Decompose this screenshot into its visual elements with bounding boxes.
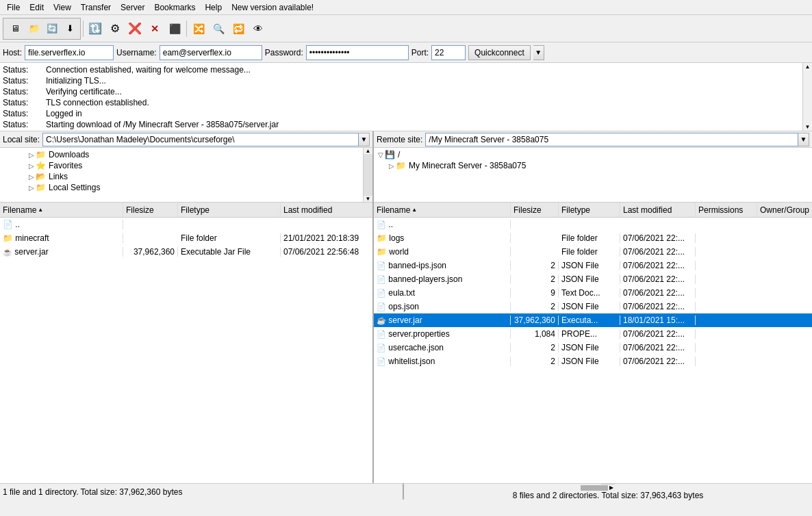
refresh-button[interactable]: 🔃 <box>86 19 105 38</box>
local-file-list-header: Filename ▲ Filesize Filetype Last modifi… <box>0 203 372 218</box>
status-label: Status: <box>3 108 40 119</box>
scroll-up[interactable]: ▲ <box>805 64 811 70</box>
remote-site-dropdown[interactable]: ▼ <box>798 133 809 146</box>
remote-file-row-logs[interactable]: 📁 logs File folder 07/06/2021 22:... <box>374 231 812 245</box>
local-site-path[interactable] <box>42 133 359 146</box>
toolbar-btn3[interactable]: 🔄 <box>43 19 61 38</box>
local-file-list: 📄 .. 📁 minecraft File folder 21/01/2021 … <box>0 218 372 483</box>
bottom-bars: 1 file and 1 directory. Total size: 37,9… <box>0 483 812 500</box>
remote-site-path[interactable] <box>425 133 798 146</box>
tree-item-favorites[interactable]: ▷ ⭐ Favorites <box>1 160 371 171</box>
quickconnect-button[interactable]: Quickconnect <box>468 45 531 60</box>
status-text: File transfer successful, transferred 37… <box>46 130 288 131</box>
quickconnect-dropdown[interactable]: ▼ <box>533 45 544 60</box>
local-header-modified[interactable]: Last modified <box>281 203 372 218</box>
filter-button[interactable]: 🔁 <box>229 19 248 38</box>
menu-view[interactable]: View <box>49 1 75 14</box>
tree-label: / <box>398 150 400 159</box>
tree-item-local-settings[interactable]: ▷ 📁 Local Settings <box>1 182 371 193</box>
tree-scrollbar[interactable]: ▲ ▼ <box>363 148 372 202</box>
tree-scroll-up[interactable]: ▲ <box>364 148 372 154</box>
local-file-row-minecraft[interactable]: 📁 minecraft File folder 21/01/2021 20:18… <box>0 231 372 245</box>
menu-file[interactable]: File <box>3 1 24 14</box>
site-manager-button[interactable]: 🖥 <box>5 19 25 38</box>
remote-header-filesize[interactable]: Filesize <box>511 203 559 218</box>
remote-header-owner[interactable]: Owner/Group <box>757 203 812 218</box>
local-header-filesize[interactable]: Filesize <box>123 203 178 218</box>
remote-panel: Remote site: ▼ ▽ 💾 / ▷ 📁 My Minecraft Se… <box>374 131 812 483</box>
tree-label: My Minecraft Server - 3858a075 <box>409 161 526 170</box>
expand-icon: ▷ <box>29 151 34 159</box>
remote-file-row-world[interactable]: 📁 world File folder 07/06/2021 22:... <box>374 245 812 259</box>
main-panels: Local site: ▼ ▷ 📁 Downloads ▷ ⭐ Favorite… <box>0 131 812 483</box>
stop-button[interactable]: ✕ <box>145 19 164 38</box>
menu-new-version[interactable]: New version available! <box>227 1 318 14</box>
remote-file-row-up[interactable]: 📄 .. <box>374 218 812 231</box>
local-panel: Local site: ▼ ▷ 📁 Downloads ▷ ⭐ Favorite… <box>0 131 374 483</box>
status-row: Status: TLS connection established. <box>3 97 809 108</box>
remote-header-owner-label: Owner/Group <box>760 205 809 215</box>
status-text: Verifying certificate... <box>46 86 122 97</box>
tree-scroll-track <box>364 154 372 196</box>
folder-link-icon: 📂 <box>36 172 46 181</box>
remote-file-row-banned-players[interactable]: 📄 banned-players.json 2 JSON File 07/06/… <box>374 272 812 286</box>
remote-h-scrollbar[interactable]: ◀ ▶ <box>601 484 615 491</box>
remote-header-perms[interactable]: Permissions <box>696 203 757 218</box>
local-header-filesize-label: Filesize <box>126 205 154 215</box>
remote-header-filetype[interactable]: Filetype <box>559 203 620 218</box>
view-button[interactable]: 👁 <box>249 19 268 38</box>
password-input[interactable] <box>306 45 409 60</box>
remote-header-modified[interactable]: Last modified <box>620 203 696 218</box>
status-row: Status: File transfer successful, transf… <box>3 130 809 131</box>
remote-file-row-server-properties[interactable]: 📄 server.properties 1,084 PROPE... 07/06… <box>374 327 812 341</box>
username-input[interactable] <box>160 45 262 60</box>
menu-edit[interactable]: Edit <box>25 1 48 14</box>
remote-file-row-ops[interactable]: 📄 ops.json 2 JSON File 07/06/2021 22:... <box>374 300 812 313</box>
tree-item-downloads[interactable]: ▷ 📁 Downloads <box>1 149 371 160</box>
expand-icon: ▷ <box>29 162 34 170</box>
toolbar-btn2[interactable]: 📁 <box>25 19 43 38</box>
status-row: Status: Initializing TLS... <box>3 75 809 86</box>
menu-transfer[interactable]: Transfer <box>77 1 115 14</box>
json-icon: 📄 <box>377 275 386 283</box>
remote-filetype-banned-players: JSON File <box>559 274 620 284</box>
remote-header-modified-label: Last modified <box>623 205 672 215</box>
menu-server[interactable]: Server <box>116 1 149 14</box>
remote-filename-banned-ips: 📄 banned-ips.json <box>374 261 511 270</box>
local-file-row-serverjar[interactable]: ☕ server.jar 37,962,360 Executable Jar F… <box>0 245 372 259</box>
local-header-filetype[interactable]: Filetype <box>178 203 281 218</box>
disconnect-button[interactable]: ⬛ <box>165 19 184 38</box>
menu-bookmarks[interactable]: Bookmarks <box>150 1 199 14</box>
port-label: Port: <box>411 48 429 57</box>
up-icon: 📄 <box>377 220 386 229</box>
tree-item-root[interactable]: ▽ 💾 / <box>375 149 811 160</box>
local-site-dropdown[interactable]: ▼ <box>359 133 370 146</box>
scroll-down[interactable]: ▼ <box>805 124 811 130</box>
sync-button[interactable]: 🔀 <box>189 19 208 38</box>
menu-help[interactable]: Help <box>201 1 226 14</box>
toolbar-btn4[interactable]: ⬇ <box>61 19 79 38</box>
cancel-button[interactable]: ❌ <box>125 19 144 38</box>
tree-scroll-down[interactable]: ▼ <box>364 196 372 202</box>
remote-file-row-whitelist[interactable]: 📄 whitelist.json 2 JSON File 07/06/2021 … <box>374 354 812 368</box>
local-file-row-up[interactable]: 📄 .. <box>0 218 372 231</box>
h-scroll-right[interactable]: ▶ <box>609 485 613 491</box>
remote-header-filename[interactable]: Filename ▲ <box>374 203 511 218</box>
process-queue-button[interactable]: ⚙ <box>105 19 125 38</box>
remote-file-row-usercache[interactable]: 📄 usercache.json 2 JSON File 07/06/2021 … <box>374 341 812 354</box>
remote-file-row-banned-ips[interactable]: 📄 banned-ips.json 2 JSON File 07/06/2021… <box>374 259 812 272</box>
status-text: Logged in <box>46 108 82 119</box>
status-scrollbar[interactable]: ▲ ▼ <box>802 63 812 131</box>
remote-filesize-banned-players: 2 <box>511 274 559 284</box>
port-input[interactable] <box>431 45 466 60</box>
status-label: Status: <box>3 86 40 97</box>
remote-file-row-serverjar[interactable]: ☕ server.jar 37,962,360 Executa... 18/01… <box>374 313 812 327</box>
search-button[interactable]: 🔍 <box>209 19 228 38</box>
remote-file-row-eula[interactable]: 📄 eula.txt 9 Text Doc... 07/06/2021 22:.… <box>374 286 812 300</box>
local-filename-up: 📄 .. <box>0 220 123 229</box>
tree-item-minecraft-server[interactable]: ▷ 📁 My Minecraft Server - 3858a075 <box>375 160 811 171</box>
local-header-filename[interactable]: Filename ▲ <box>0 203 123 218</box>
tree-item-links[interactable]: ▷ 📂 Links <box>1 171 371 182</box>
host-input[interactable] <box>25 45 114 60</box>
status-label: Status: <box>3 119 40 130</box>
